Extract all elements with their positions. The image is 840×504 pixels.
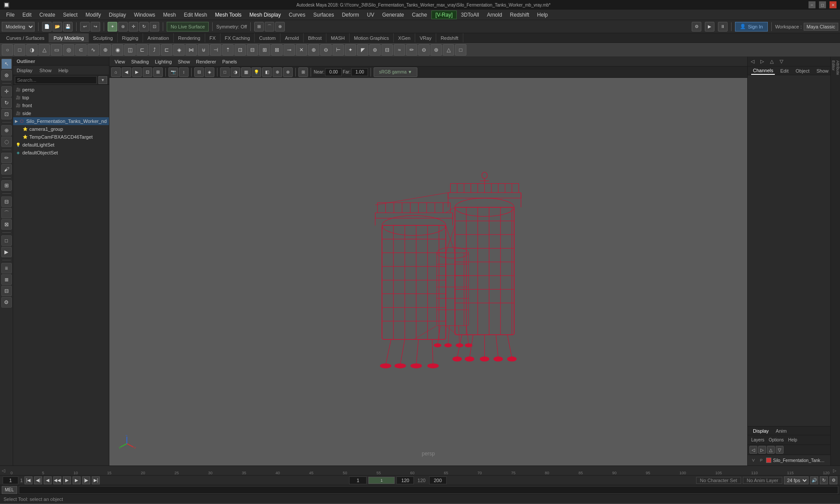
vp-cam-tools[interactable]: 📷 [168,67,178,77]
shelf-poke[interactable]: ✦ [345,44,356,56]
loop-btn[interactable]: ↻ [820,476,828,484]
rotate-btn[interactable]: ↻ [139,22,149,32]
vp-menu-view[interactable]: View [112,58,128,65]
mel-input[interactable] [19,486,838,494]
close-button[interactable]: ✕ [830,1,836,8]
menu-mesh[interactable]: Mesh [160,11,179,19]
render-frame[interactable]: □ [1,235,12,246]
shelf-insert-edge[interactable]: ⊟ [247,44,258,56]
vp-isolate[interactable]: ◈ [205,67,214,77]
vp-next-frame[interactable]: ▶ [132,67,142,77]
select-tool[interactable]: ↖ [1,59,12,69]
attribute-editor-btn[interactable]: ⊟ [1,286,12,296]
tab-xgen[interactable]: XGen [394,33,415,42]
tab-object[interactable]: Object [794,67,811,74]
tab-edit[interactable]: Edit [778,67,790,74]
vp-menu-show[interactable]: Show [175,58,193,65]
shelf-cube[interactable]: □ [14,44,25,56]
shelf-nurbs-cyl[interactable]: ⊏ [136,44,148,56]
layers-menu-layers[interactable]: Layers [749,437,766,443]
minimize-button[interactable]: − [808,1,816,8]
redo-btn[interactable]: ↪ [91,22,100,32]
menu-deform[interactable]: Deform [338,11,362,19]
shelf-separate[interactable]: ⊣ [210,44,221,56]
vp-near-clip-input[interactable] [325,68,342,76]
move-btn[interactable]: ✛ [129,22,138,32]
outliner-item-persp[interactable]: 🎥 persp [13,86,109,94]
soft-select[interactable]: ◌ [1,136,12,147]
tool-settings-btn[interactable]: ⚙ [1,297,12,308]
shelf-wedge[interactable]: ◤ [357,44,368,56]
window-controls[interactable]: − □ ✕ [808,1,836,8]
tab-show-channels[interactable]: Show [815,67,830,74]
timeline-scroll[interactable]: 0 5 10 15 20 25 30 35 40 45 50 55 60 65 … [9,466,831,475]
tab-redshift[interactable]: Redshift [436,33,463,42]
snap-curve[interactable]: ⌒ [1,208,12,218]
new-file-btn[interactable]: 📄 [42,22,52,32]
tab-animation[interactable]: Animation [143,33,174,42]
scale-tool[interactable]: ⊡ [1,109,12,119]
audio-btn[interactable]: 🔊 [810,476,818,484]
attribute-editor-tab[interactable]: Attribute Editor [832,59,840,85]
shelf-split-mesh[interactable]: ⊢ [332,44,344,56]
tab-rigging[interactable]: Rigging [118,33,143,42]
play-back-btn[interactable]: ◀◀ [53,476,61,484]
layer-fwd-btn[interactable]: ▷ [758,446,766,454]
outliner-item-front[interactable]: 🎥 front [13,102,109,109]
shelf-smooth[interactable]: ≈ [394,44,405,56]
vp-fit-all[interactable]: ⊡ [143,67,152,77]
range-start-input[interactable] [349,476,367,484]
shelf-geosphere[interactable]: ⊕ [100,44,111,56]
anim-end-input[interactable]: 200 [429,476,447,484]
menu-cache[interactable]: Cache [408,11,430,19]
pause-btn[interactable]: ⏸ [718,22,728,32]
tab-fx-caching[interactable]: FX Caching [220,33,255,42]
layers-menu-help[interactable]: Help [786,437,799,443]
timeline-left-arrow[interactable]: ◁ [2,468,7,473]
no-live-surface[interactable]: No Live Surface [167,22,209,32]
vp-sel-region[interactable]: ⊟ [194,67,204,77]
vp-wireframe-btn[interactable]: □ [220,67,230,77]
vp-menu-panels[interactable]: Panels [220,58,240,65]
shelf-bevel[interactable]: ◈ [173,44,185,56]
right-icon-2[interactable]: ▷ [757,57,767,66]
menu-create[interactable]: Create [36,11,59,19]
outliner-item-top[interactable]: 🎥 top [13,94,109,102]
current-frame-input[interactable]: 1 [3,476,18,484]
tab-fx[interactable]: FX [205,33,220,42]
right-icon-3[interactable]: △ [767,57,777,66]
tab-mash[interactable]: MASH [326,33,350,42]
shelf-offset-edge[interactable]: ⊠ [271,44,283,56]
frame-range-bar[interactable]: 1 [368,477,395,484]
ipr-render[interactable]: ▶ [1,247,12,257]
tab-rendering[interactable]: Rendering [174,33,205,42]
shelf-delete-edge[interactable]: ✕ [296,44,307,56]
prev-key-btn[interactable]: ◀| [34,476,42,484]
shelf-slide-edge[interactable]: ⊸ [284,44,295,56]
tab-bifrost[interactable]: Bifrost [304,33,326,42]
shelf-mirror[interactable]: ⊟ [382,44,393,56]
viewport-canvas[interactable]: persp X Y Z [109,78,747,466]
shelf-cylinder[interactable]: ◑ [26,44,38,56]
snap-view-plane[interactable]: ⊠ [1,219,12,230]
undo-btn[interactable]: ↩ [80,22,90,32]
select-tool-btn[interactable]: ✦ [108,22,117,32]
shelf-nurbs-cube[interactable]: ◫ [124,44,136,56]
outliner-menu-show[interactable]: Show [38,67,53,74]
vp-xray-active[interactable]: ⊗ [283,67,293,77]
show-manip-tool[interactable]: ⊞ [1,180,12,191]
shelf-cone[interactable]: △ [38,44,50,56]
outliner-item-default-light[interactable]: 💡 defaultLightSet [13,141,109,149]
paint-tool[interactable]: 🖌 [1,164,12,175]
vp-shaded-btn[interactable]: ◑ [231,67,240,77]
settings-btn-2[interactable]: ⚙ [830,476,837,484]
shelf-quad[interactable]: □ [455,44,466,56]
universal-manip[interactable]: ⊕ [1,125,12,136]
outliner-item-default-object[interactable]: ◈ defaultObjectSet [13,149,109,157]
outliner-search-input[interactable] [15,76,97,84]
tab-motion-graphics[interactable]: Motion Graphics [350,33,394,42]
right-icon-1[interactable]: ◁ [748,57,757,66]
sign-in-button[interactable]: 👤 Sign In [735,22,767,32]
menu-select[interactable]: Select [60,11,81,19]
menu-arnold[interactable]: Arnold [483,11,506,19]
